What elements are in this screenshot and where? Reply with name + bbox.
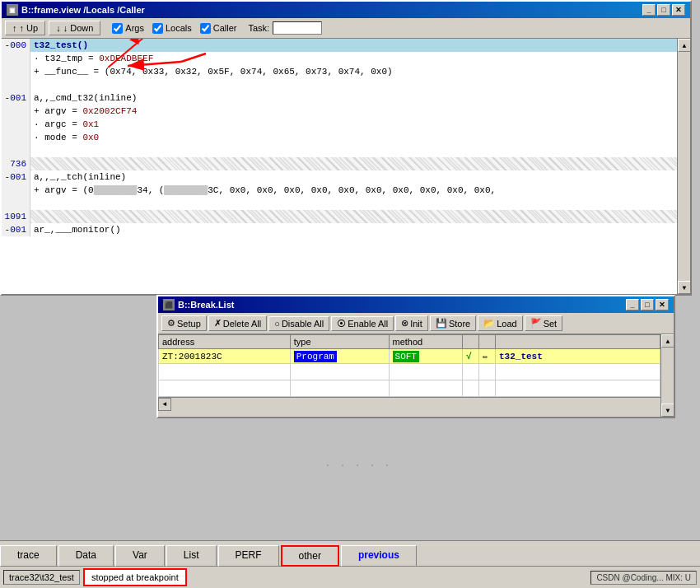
line-num-1091: 1091 <box>2 210 30 223</box>
setup-button[interactable]: ⚙ Setup <box>161 315 207 331</box>
args-checkbox[interactable] <box>112 23 123 34</box>
empty-cell-2 <box>290 364 389 380</box>
disable-all-button[interactable]: ○ Disable All <box>268 316 329 331</box>
scroll-down-btn[interactable]: ▼ <box>678 281 690 294</box>
break-minimize-btn[interactable]: _ <box>626 299 639 310</box>
line-content-9: ar_,___monitor() <box>30 223 121 236</box>
line-num-7: -001 <box>2 170 30 184</box>
code-line-spacer3 <box>2 197 677 210</box>
setup-label: Setup <box>177 319 201 329</box>
caller-checkbox-item[interactable]: Caller <box>200 23 237 34</box>
load-icon: 📂 <box>483 318 495 329</box>
edit-icon[interactable]: ✏ <box>483 352 488 362</box>
col-method: method <box>389 335 462 349</box>
down-button[interactable]: ↓ ↓ Down <box>49 21 100 35</box>
tab-var-label: Var <box>133 549 147 561</box>
tab-list[interactable]: List <box>166 545 217 567</box>
caller-checkbox[interactable] <box>200 23 211 34</box>
line-content-8: + argv = (0████████34, (████████3C, 0x0,… <box>30 184 496 197</box>
tab-perf-label: PERF <box>236 549 262 561</box>
store-button[interactable]: 💾 Store <box>430 315 476 331</box>
break-table: address type method ZT:2001823C Program <box>158 334 660 397</box>
line-content-0: t32_test() <box>30 39 88 52</box>
line-content-7: a,,_,_tch(inline) <box>30 170 126 184</box>
init-button[interactable]: ⊗ Init <box>395 315 428 331</box>
break-close-btn[interactable]: ✕ <box>656 299 669 310</box>
break-app-icon: ⬛ <box>163 299 175 310</box>
code-line-7: -001 a,,_,_tch(inline) <box>2 170 677 184</box>
empty-cell-3 <box>389 364 462 380</box>
code-view: -000 t32_test() ◄ · t32_tmp = 0xDEADBEEF… <box>2 39 690 294</box>
args-label: Args <box>125 23 144 33</box>
delete-icon: ✗ <box>214 318 222 329</box>
task-input[interactable] <box>273 21 322 35</box>
tab-trace[interactable]: trace <box>0 545 57 567</box>
breakpoint-edit[interactable]: ✏ <box>479 349 496 364</box>
empty-cell-11 <box>479 380 496 397</box>
bottom-section: trace Data Var List PERF other previous … <box>0 540 700 588</box>
line-num-4 <box>2 105 30 118</box>
app-icon: ▣ <box>7 4 18 16</box>
break-hscroll[interactable]: ◄ ► <box>158 397 674 410</box>
args-checkbox-item[interactable]: Args <box>112 23 144 34</box>
break-scroll-up[interactable]: ▲ <box>661 334 674 348</box>
task-label: Task: <box>248 23 269 33</box>
load-button[interactable]: 📂 Load <box>478 315 522 331</box>
tab-list-label: List <box>184 549 199 561</box>
code-lines-container: -000 t32_test() ◄ · t32_tmp = 0xDEADBEEF… <box>2 39 677 294</box>
break-scrollbar-v[interactable]: ▲ ▼ <box>660 334 674 417</box>
maximize-button[interactable]: □ <box>657 4 670 16</box>
col-type: type <box>290 335 389 349</box>
break-scroll-down[interactable]: ▼ <box>661 404 674 417</box>
break-maximize-btn[interactable]: □ <box>641 299 654 310</box>
table-row-empty-1 <box>159 364 660 380</box>
disable-icon: ○ <box>274 319 280 329</box>
hscroll-left[interactable]: ◄ <box>158 398 171 411</box>
load-label: Load <box>497 319 516 329</box>
scroll-track[interactable] <box>678 52 690 281</box>
minimize-button[interactable]: _ <box>642 4 656 16</box>
status-bar: trace32\t32_test stopped at breakpoint C… <box>0 566 700 588</box>
line-num-5 <box>2 118 30 131</box>
empty-cell-9 <box>389 380 462 397</box>
empty-cell-10 <box>463 380 479 397</box>
tab-var[interactable]: Var <box>115 545 165 567</box>
line-content-4: + argv = 0x2002CF74 <box>30 105 137 118</box>
line-content-2: + __func__ = (0x74, 0x33, 0x32, 0x5F, 0x… <box>30 65 393 78</box>
code-line-1: · t32_tmp = 0xDEADBEEF <box>2 52 677 65</box>
code-line-current: -000 t32_test() ◄ <box>2 39 677 52</box>
col-edit <box>479 335 496 349</box>
locals-checkbox[interactable] <box>152 23 163 34</box>
delete-all-label: Delete All <box>223 319 261 329</box>
line-num-3: -001 <box>2 91 30 105</box>
empty-cell-6 <box>496 364 660 380</box>
line-content-6: · mode = 0x0 <box>30 131 99 144</box>
tab-data[interactable]: Data <box>58 545 114 567</box>
hatch-fill-2 <box>30 210 677 223</box>
locals-checkbox-item[interactable]: Locals <box>152 23 192 34</box>
set-button[interactable]: 🚩 Set <box>525 315 563 331</box>
line-num-6 <box>2 131 30 144</box>
tab-other[interactable]: other <box>281 545 339 567</box>
empty-cell-5 <box>479 364 496 380</box>
breakpoint-method: SOFT <box>389 349 462 364</box>
tab-perf[interactable]: PERF <box>218 545 279 567</box>
break-window-title: B::Break.List <box>178 300 234 310</box>
break-content: address type method ZT:2001823C Program <box>158 334 674 417</box>
main-window-title: B::frame.view /Locals /Caller <box>21 5 145 15</box>
locals-label: Locals <box>166 23 192 33</box>
line-num-9: -001 <box>2 223 30 236</box>
main-scrollbar-v[interactable]: ▲ ▼ <box>677 39 690 294</box>
break-scroll-track[interactable] <box>661 348 674 404</box>
caller-label: Caller <box>213 23 237 33</box>
break-table-wrapper: address type method ZT:2001823C Program <box>158 334 660 397</box>
enable-all-button[interactable]: ⦿ Enable All <box>331 316 394 331</box>
close-button[interactable]: ✕ <box>672 4 685 16</box>
disable-all-label: Disable All <box>282 319 324 329</box>
tab-trace-label: trace <box>17 549 40 561</box>
up-button[interactable]: ↑ ↑ Up <box>5 21 45 35</box>
delete-all-button[interactable]: ✗ Delete All <box>208 315 267 331</box>
scroll-up-btn[interactable]: ▲ <box>678 39 690 52</box>
tab-previous[interactable]: previous <box>341 545 417 567</box>
line-content-1: · t32_tmp = 0xDEADBEEF <box>30 52 153 65</box>
